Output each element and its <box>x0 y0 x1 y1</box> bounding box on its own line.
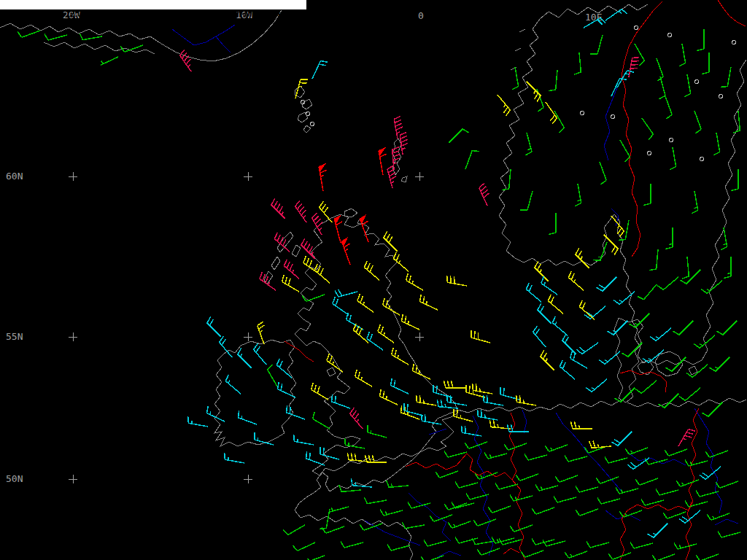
country-border <box>718 0 746 26</box>
wind-barb <box>549 213 557 235</box>
wind-barb <box>294 435 314 445</box>
coastline <box>499 19 702 365</box>
coastline <box>44 42 155 54</box>
river <box>429 429 446 435</box>
river <box>627 452 686 465</box>
calm-station-circle <box>732 41 736 44</box>
wind-barb <box>549 70 557 91</box>
wind-barb <box>733 111 740 133</box>
wind-barb <box>402 314 419 330</box>
wind-barb <box>417 395 436 405</box>
wind-barb <box>635 478 658 485</box>
wind-barb <box>576 486 598 492</box>
river <box>473 416 493 556</box>
wind-barb <box>679 44 686 66</box>
wind-barb <box>311 383 328 400</box>
wind-barb <box>448 521 471 528</box>
wind-barb <box>703 52 710 74</box>
river <box>216 36 231 52</box>
wind-barb <box>225 453 244 463</box>
wind-barb <box>444 451 467 457</box>
coastline <box>295 400 622 560</box>
wind-barb <box>510 525 533 532</box>
wind-barb <box>207 406 225 421</box>
wind-barb <box>679 388 700 400</box>
wind-barb <box>502 169 511 190</box>
country-border <box>285 341 314 362</box>
wind-barb <box>635 381 657 393</box>
wind-barb <box>596 477 619 483</box>
wind-barb <box>625 448 648 454</box>
wind-barb <box>383 298 400 315</box>
wind-barb <box>659 77 665 99</box>
wind-barb <box>685 459 708 466</box>
wind-barb <box>484 395 503 405</box>
country-border-layer <box>285 0 746 560</box>
wind-barb <box>652 554 675 560</box>
river <box>522 410 527 433</box>
wind-barb <box>393 252 409 271</box>
wind-barb <box>721 228 727 250</box>
wind-barb <box>504 443 527 450</box>
wind-barb <box>421 556 444 560</box>
wind-barb <box>392 348 409 365</box>
wind-barb <box>705 451 728 457</box>
wind-barb <box>406 273 423 290</box>
wind-barb <box>320 201 332 222</box>
wind-barb <box>656 489 678 495</box>
wind-barb <box>532 508 554 514</box>
river <box>605 510 640 521</box>
coastline-layer <box>0 0 746 560</box>
wind-barb <box>368 425 387 438</box>
wind-barb <box>379 148 386 175</box>
wind-barb <box>607 321 627 335</box>
wind-barb <box>565 551 587 558</box>
wind-barb <box>413 364 430 379</box>
wind-barb <box>548 295 563 314</box>
wind-barb <box>357 294 374 312</box>
calm-station-circle <box>635 26 638 30</box>
country-border <box>503 548 519 554</box>
wind-barb <box>697 29 705 51</box>
wind-barb <box>702 402 722 416</box>
wind-barb <box>642 118 653 140</box>
wind-barb <box>568 271 584 290</box>
wind-barb <box>533 326 546 347</box>
wind-barb <box>521 551 543 557</box>
wind-barb <box>430 515 452 521</box>
wind-barb <box>239 411 257 424</box>
wind-barb <box>380 389 398 405</box>
wind-barb <box>709 357 729 371</box>
country-border <box>406 454 512 480</box>
coastline <box>519 29 525 32</box>
wind-barb <box>629 58 639 77</box>
wind-barb <box>638 284 657 300</box>
wind-barb <box>334 216 342 243</box>
wind-barb <box>650 328 671 341</box>
calm-station-circle <box>611 115 615 119</box>
wind-barb <box>391 378 409 394</box>
wind-barb <box>455 481 478 488</box>
wind-barb <box>101 57 118 65</box>
wind-barb <box>684 74 691 97</box>
wind-barb <box>663 512 686 518</box>
calm-station-circle <box>311 122 314 126</box>
wind-barb <box>295 201 306 222</box>
wind-barb <box>238 348 252 368</box>
map-title-bar: DON 08.11.07 12:00 UTC Bodenwettermeldun… <box>0 0 306 10</box>
wind-barb <box>554 496 576 502</box>
wind-barb <box>570 351 587 368</box>
wind-barb <box>545 445 568 451</box>
wind-barb <box>276 359 292 378</box>
wind-barb <box>527 82 541 102</box>
wind-barb <box>335 289 357 297</box>
wind-barb <box>535 261 549 281</box>
wind-barb <box>355 370 372 386</box>
wind-barb <box>465 442 487 448</box>
wind-barb <box>400 132 408 155</box>
wind-barb <box>353 324 368 343</box>
wind-barb <box>608 553 631 559</box>
country-border <box>627 502 692 510</box>
wind-barb <box>611 432 632 446</box>
calm-station-circle <box>695 80 699 84</box>
